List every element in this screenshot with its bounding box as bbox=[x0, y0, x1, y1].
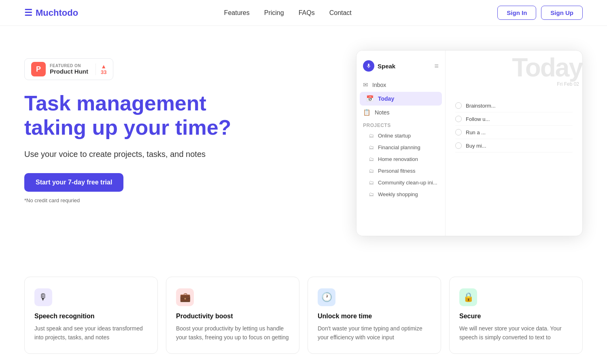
project-icon-5: 🗂 bbox=[369, 180, 374, 186]
project-label-3: Home renovation bbox=[378, 156, 418, 162]
trial-button[interactable]: Start your 7-day free trial bbox=[24, 173, 123, 192]
app-mockup: Speak ≡ ✉ Inbox 📅 Today 📋 Notes Projects bbox=[356, 50, 583, 236]
project-icon-1: 🗂 bbox=[369, 133, 374, 139]
notes-icon: 📋 bbox=[363, 109, 371, 116]
nav-contact[interactable]: Contact bbox=[329, 9, 352, 17]
hero-left: P FEATURED ON Product Hunt ▲ 33 Task man… bbox=[24, 50, 251, 203]
feature-icon-productivity: 💼 bbox=[176, 288, 289, 306]
feature-title-time: Unlock more time bbox=[318, 313, 431, 320]
project-community-cleanup[interactable]: 🗂 Community clean-up ini... bbox=[357, 177, 445, 188]
navbar: ☰ Muchtodo Features Pricing FAQs Contact… bbox=[0, 0, 607, 26]
speech-icon-box: 🎙 bbox=[34, 288, 52, 306]
mic-circle bbox=[363, 60, 374, 72]
logo-icon: ☰ bbox=[24, 8, 32, 18]
feature-card-speech: 🎙 Speech recognition Just speak and see … bbox=[24, 277, 158, 354]
project-icon-3: 🗂 bbox=[369, 156, 374, 162]
signin-button[interactable]: Sign In bbox=[497, 6, 536, 20]
task-check-1[interactable] bbox=[455, 102, 462, 109]
project-icon-2: 🗂 bbox=[369, 144, 374, 150]
hero-right: Speak ≡ ✉ Inbox 📅 Today 📋 Notes Projects bbox=[267, 50, 583, 236]
today-icon: 📅 bbox=[366, 95, 374, 102]
project-weekly-shopping[interactable]: 🗂 Weekly shopping bbox=[357, 188, 445, 200]
today-date: Fri Feb 02 bbox=[557, 81, 579, 87]
sidebar-item-inbox[interactable]: ✉ Inbox bbox=[357, 78, 445, 92]
app-main-content: Today Fri Feb 02 Brainstorm... Follow u.… bbox=[446, 51, 582, 236]
project-financial-planning[interactable]: 🗂 Financial planning bbox=[357, 142, 445, 153]
project-label-5: Community clean-up ini... bbox=[378, 180, 437, 186]
signup-button[interactable]: Sign Up bbox=[541, 6, 583, 20]
secure-icon-box: 🔒 bbox=[459, 288, 477, 306]
project-label-6: Weekly shopping bbox=[378, 191, 418, 197]
ph-count: 33 bbox=[101, 69, 106, 75]
task-text-4: Buy mi... bbox=[466, 143, 573, 149]
feature-title-speech: Speech recognition bbox=[34, 313, 148, 320]
menu-icon[interactable]: ≡ bbox=[434, 62, 439, 70]
sidebar-label-inbox: Inbox bbox=[372, 82, 386, 88]
sidebar-header: Speak ≡ bbox=[357, 57, 445, 78]
ph-arrow-icon: ▲ bbox=[101, 63, 106, 69]
task-check-2[interactable] bbox=[455, 116, 462, 122]
task-text-1: Brainstorm... bbox=[466, 103, 573, 109]
task-item-3: Run a ... bbox=[455, 126, 573, 139]
nav-features[interactable]: Features bbox=[224, 9, 250, 17]
feature-icon-speech: 🎙 bbox=[34, 288, 148, 306]
producthunt-badge[interactable]: P FEATURED ON Product Hunt ▲ 33 bbox=[24, 58, 113, 80]
task-item-2: Follow u... bbox=[455, 112, 573, 126]
ph-featured-label: FEATURED ON bbox=[50, 63, 88, 68]
logo-text: Muchtodo bbox=[36, 8, 78, 18]
task-check-4[interactable] bbox=[455, 142, 462, 149]
hero-section: P FEATURED ON Product Hunt ▲ 33 Task man… bbox=[0, 26, 607, 260]
nav-faqs[interactable]: FAQs bbox=[299, 9, 315, 17]
sidebar-label-today: Today bbox=[378, 95, 394, 102]
feature-desc-speech: Just speak and see your ideas transforme… bbox=[34, 324, 148, 342]
feature-card-secure: 🔒 Secure We will never store your voice … bbox=[449, 277, 583, 354]
speak-label: Speak bbox=[378, 63, 395, 70]
hero-subtitle: Use your voice to create projects, tasks… bbox=[24, 148, 251, 160]
ph-name-label: Product Hunt bbox=[50, 68, 88, 75]
hero-title: Task management taking up your time? bbox=[24, 91, 251, 140]
feature-title-productivity: Productivity boost bbox=[176, 313, 289, 320]
feature-desc-productivity: Boost your productivity by letting us ha… bbox=[176, 324, 289, 342]
project-label-4: Personal fitness bbox=[378, 168, 416, 174]
feature-desc-secure: We will never store your voice data. You… bbox=[459, 324, 573, 342]
producthunt-text: FEATURED ON Product Hunt bbox=[50, 63, 88, 75]
task-item-1: Brainstorm... bbox=[455, 99, 573, 112]
project-personal-fitness[interactable]: 🗂 Personal fitness bbox=[357, 165, 445, 177]
feature-desc-time: Don't waste your time typing and optimiz… bbox=[318, 324, 431, 342]
inbox-icon: ✉ bbox=[363, 81, 368, 89]
project-label-1: Online startup bbox=[378, 133, 411, 139]
feature-title-secure: Secure bbox=[459, 313, 573, 320]
nav-links: Features Pricing FAQs Contact bbox=[224, 9, 352, 17]
projects-section-label: Projects bbox=[357, 119, 445, 130]
task-check-3[interactable] bbox=[455, 129, 462, 135]
features-section: 🎙 Speech recognition Just speak and see … bbox=[0, 260, 607, 364]
logo[interactable]: ☰ Muchtodo bbox=[24, 8, 78, 18]
project-online-startup[interactable]: 🗂 Online startup bbox=[357, 130, 445, 142]
feature-card-productivity: 💼 Productivity boost Boost your producti… bbox=[166, 277, 299, 354]
no-credit-text: *No credit card requried bbox=[24, 197, 251, 203]
sidebar-item-today[interactable]: 📅 Today bbox=[360, 92, 442, 106]
app-sidebar: Speak ≡ ✉ Inbox 📅 Today 📋 Notes Projects bbox=[357, 51, 446, 236]
task-text-3: Run a ... bbox=[466, 129, 573, 135]
ph-votes: ▲ 33 bbox=[96, 63, 106, 75]
speak-row: Speak bbox=[363, 60, 395, 72]
project-home-renovation[interactable]: 🗂 Home renovation bbox=[357, 153, 445, 165]
today-heading: Today bbox=[512, 55, 582, 80]
mic-icon bbox=[366, 63, 371, 69]
project-icon-4: 🗂 bbox=[369, 168, 374, 174]
nav-actions: Sign In Sign Up bbox=[497, 6, 583, 20]
productivity-icon-box: 💼 bbox=[176, 288, 194, 306]
project-icon-6: 🗂 bbox=[369, 191, 374, 197]
sidebar-item-notes[interactable]: 📋 Notes bbox=[357, 106, 445, 119]
task-text-2: Follow u... bbox=[466, 116, 573, 122]
time-icon-box: 🕐 bbox=[318, 288, 335, 306]
project-label-2: Financial planning bbox=[378, 144, 420, 150]
sidebar-label-notes: Notes bbox=[375, 109, 390, 116]
feature-icon-time: 🕐 bbox=[318, 288, 431, 306]
task-item-4: Buy mi... bbox=[455, 139, 573, 152]
nav-pricing[interactable]: Pricing bbox=[264, 9, 284, 17]
feature-card-time: 🕐 Unlock more time Don't waste your time… bbox=[308, 277, 441, 354]
feature-icon-secure: 🔒 bbox=[459, 288, 573, 306]
producthunt-icon: P bbox=[31, 62, 46, 76]
task-list: Brainstorm... Follow u... Run a ... Buy … bbox=[455, 99, 573, 152]
